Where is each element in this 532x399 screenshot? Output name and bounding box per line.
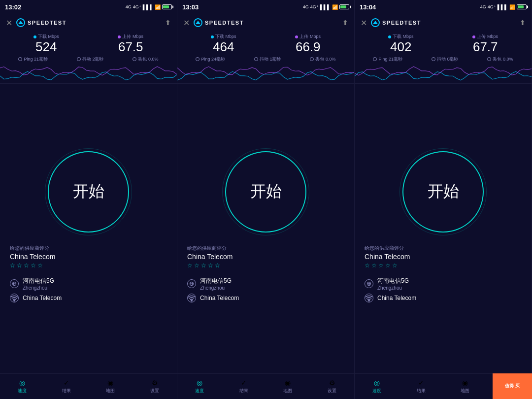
wifi-signal: 📶	[155, 4, 161, 10]
loss-label: 丢包 0.0%	[138, 56, 158, 63]
svg-point-3	[14, 300, 15, 301]
status-time: 13:04	[360, 3, 376, 11]
download-dot	[211, 35, 214, 38]
close-button[interactable]: ✕	[183, 18, 190, 28]
isp-item: 河南电信5G Zhengzhou	[10, 277, 167, 291]
brand-text: 值得 买	[505, 383, 520, 389]
jitter-dot	[254, 57, 258, 61]
provider-section: 给您的供应商评分 China Telecom ☆ ☆ ☆ ☆ ☆	[182, 245, 349, 274]
star-rating[interactable]: ☆ ☆ ☆ ☆ ☆	[187, 262, 344, 269]
ping-row: Ping 24毫秒 抖动 1毫秒 丢包 0.0%	[177, 55, 354, 64]
tab-label-地图: 地图	[283, 388, 292, 394]
network-indicator2: 4G⁺	[133, 4, 141, 9]
tab-速度-1[interactable]: ◎ 速度	[0, 374, 44, 399]
star-1: ☆	[365, 262, 370, 269]
isp-name: 河南电信5G	[200, 277, 232, 285]
star-5: ☆	[215, 262, 220, 269]
tab-速度-3[interactable]: ◎ 速度	[355, 374, 399, 399]
star-5: ☆	[37, 262, 43, 269]
upload-dot	[295, 35, 298, 38]
status-bar: 13:03 4G 4G⁺ ▌▌▌ 📶	[177, 0, 354, 14]
ping-dot	[18, 57, 22, 61]
start-text: 开始	[428, 181, 459, 202]
ping-dot	[373, 57, 377, 61]
start-button[interactable]: 开始	[225, 151, 306, 233]
brand-section: 值得 买	[493, 373, 532, 399]
share-button[interactable]: ⬆	[342, 19, 348, 27]
jitter-item: 抖动 1毫秒	[254, 56, 281, 63]
ping-item: Ping 24毫秒	[196, 56, 225, 63]
battery	[339, 4, 349, 9]
star-3: ☆	[378, 262, 384, 269]
speedtest-logo: SPEEDTEST	[371, 18, 520, 27]
loss-item: 丢包 0.0%	[310, 56, 335, 63]
panel-1: 13:02 4G 4G⁺ ▌▌▌ 📶 ✕ S	[0, 0, 177, 373]
tab-icon-结果: ✓	[64, 379, 69, 387]
tab-icon-设置: ⚙	[329, 379, 335, 387]
download-dot	[33, 35, 36, 38]
ping-row: Ping 21毫秒 抖动 2毫秒 丢包 0.0%	[0, 55, 177, 64]
tab-地图-2[interactable]: ◉ 地图	[266, 374, 310, 399]
start-button[interactable]: 开始	[48, 151, 129, 233]
share-button[interactable]: ⬆	[165, 19, 171, 27]
tab-设置-1[interactable]: ⚙ 设置	[133, 374, 177, 399]
app-header: ✕ SPEEDTEST ⬆	[0, 14, 177, 32]
ping-row: Ping 21毫秒 抖动 0毫秒 丢包 0.0%	[355, 55, 532, 64]
provider-rating-label: 给您的供应商评分	[187, 245, 344, 252]
ping-label: Ping 24毫秒	[201, 56, 225, 63]
star-1: ☆	[187, 262, 193, 269]
star-4: ☆	[385, 262, 391, 269]
tab-速度-2[interactable]: ◎ 速度	[177, 374, 222, 399]
battery	[517, 4, 527, 9]
signal-bars: ▌▌▌	[143, 4, 153, 10]
speedtest-app-name: SPEEDTEST	[28, 20, 66, 26]
star-2: ☆	[194, 262, 200, 269]
star-rating[interactable]: ☆ ☆ ☆ ☆ ☆	[365, 262, 522, 269]
status-time: 13:03	[182, 3, 199, 11]
ping-dot	[196, 57, 200, 61]
star-rating[interactable]: ☆ ☆ ☆ ☆ ☆	[10, 262, 167, 269]
tab-地图-3[interactable]: ◉ 地图	[443, 374, 488, 399]
ping-label: Ping 21毫秒	[378, 56, 402, 63]
tab-结果-3[interactable]: ✓ 结果	[399, 374, 443, 399]
speedtest-logo: SPEEDTEST	[194, 18, 342, 27]
panel-2: 13:03 4G 4G⁺ ▌▌▌ 📶 ✕ S	[177, 0, 355, 373]
star-3: ☆	[24, 262, 29, 269]
provider-section: 给您的供应商评分 China Telecom ☆ ☆ ☆ ☆ ☆	[5, 245, 172, 274]
main-content: 开始 给您的供应商评分 China Telecom ☆ ☆ ☆ ☆ ☆	[355, 84, 532, 373]
start-text: 开始	[73, 181, 104, 202]
status-icons: 4G 4G⁺ ▌▌▌ 📶	[480, 4, 527, 10]
network-indicator: 4G	[303, 4, 309, 9]
close-button[interactable]: ✕	[6, 18, 12, 28]
provider-name: China Telecom	[187, 253, 344, 261]
tab-结果-1[interactable]: ✓ 结果	[44, 374, 89, 399]
close-button[interactable]: ✕	[361, 18, 367, 28]
app-header: ✕ SPEEDTEST ⬆	[355, 14, 532, 32]
tab-设置-2[interactable]: ⚙ 设置	[310, 374, 354, 399]
jitter-item: 抖动 2毫秒	[77, 56, 104, 63]
signal-bars: ▌▌▌	[498, 4, 508, 10]
status-time: 13:02	[5, 3, 21, 11]
tab-icon-地图: ◉	[462, 379, 468, 387]
isp-text: 河南电信5G Zhengzhou	[200, 277, 232, 291]
wifi-name: China Telecom	[377, 295, 416, 301]
speedtest-logo: SPEEDTEST	[16, 18, 165, 27]
jitter-label: 抖动 0毫秒	[437, 56, 459, 63]
signal-bars: ▌▌▌	[320, 4, 331, 10]
wifi-item: China Telecom	[187, 294, 344, 302]
tab-地图-1[interactable]: ◉ 地图	[89, 374, 133, 399]
tab-结果-2[interactable]: ✓ 结果	[222, 374, 266, 399]
upload-col: 上传 Mbps 66.9	[295, 33, 321, 54]
tab-label-结果: 结果	[417, 388, 426, 394]
isp-location: Zhengzhou	[23, 285, 54, 291]
star-1: ☆	[10, 262, 15, 269]
speed-results: 下载 Mbps 464 上传 Mbps 66.9	[177, 32, 354, 55]
isp-location: Zhengzhou	[200, 285, 232, 291]
tab-icon-速度: ◎	[374, 379, 380, 387]
download-value: 464	[211, 40, 236, 54]
share-button[interactable]: ⬆	[520, 19, 526, 27]
network-indicator2: 4G⁺	[310, 4, 319, 9]
status-icons: 4G 4G⁺ ▌▌▌ 📶	[303, 4, 349, 10]
loss-item: 丢包 0.0%	[133, 56, 158, 63]
start-button[interactable]: 开始	[402, 151, 484, 233]
